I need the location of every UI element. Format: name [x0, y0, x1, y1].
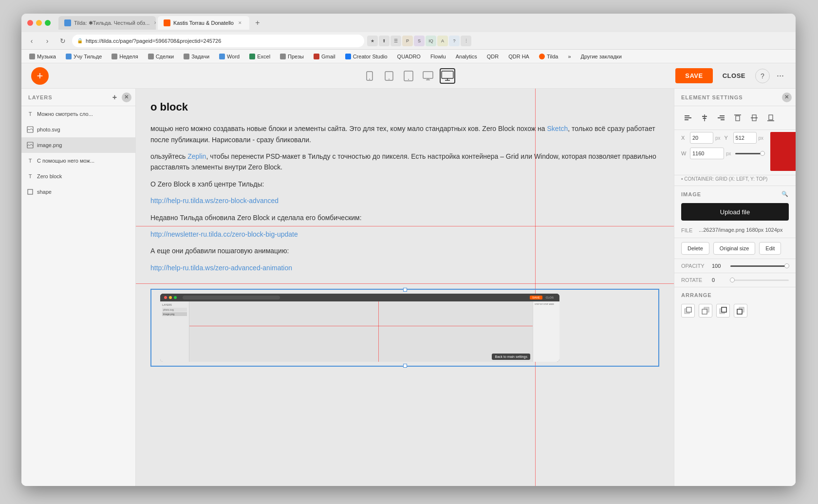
maximize-traffic-light[interactable] [45, 20, 51, 26]
original-size-button[interactable]: Original size [713, 242, 756, 255]
new-tab-button[interactable]: + [251, 17, 264, 29]
layer-visibility-icon-3[interactable]: 👁 [113, 141, 121, 149]
settings-close-button[interactable]: ✕ [782, 93, 792, 102]
ext-icon-4[interactable]: A [437, 36, 448, 46]
bookmark-prezy[interactable]: Презы [276, 53, 308, 60]
close-button[interactable]: CLOSE [718, 68, 750, 83]
align-left-icon[interactable] [681, 111, 695, 125]
bookmark-word[interactable]: Word [215, 53, 243, 60]
layer-lock-icon-3[interactable]: 🔒 [123, 141, 130, 149]
canvas-content: o block мощью него можно создавать новые… [136, 89, 674, 486]
bookmark-sdelki[interactable]: Сделки [144, 53, 178, 60]
opacity-slider-thumb[interactable] [784, 263, 789, 268]
w-input[interactable] [690, 148, 724, 159]
add-element-button[interactable]: + [31, 67, 49, 85]
bookmark-excel[interactable]: Excel [245, 53, 274, 60]
layer-visibility-icon-5[interactable]: 👁 [113, 172, 121, 180]
close-traffic-light[interactable] [27, 20, 33, 26]
layers-close-button[interactable]: ✕ [122, 93, 131, 102]
bookmark-flowlu[interactable]: Flowlu [427, 53, 450, 60]
share-icon[interactable]: ⬆ [379, 36, 390, 46]
layer-visibility-icon-6[interactable]: 👁 [113, 188, 121, 196]
bookmark-uchu[interactable]: Учу Тильде [62, 53, 106, 60]
send-backward-icon[interactable] [699, 304, 712, 317]
layer-lock-icon[interactable]: 🔒 [123, 110, 130, 118]
delete-button[interactable]: Delete [681, 242, 709, 255]
layer-item-image[interactable]: image.png 👁 🔒 [21, 137, 135, 153]
layer-lock-icon-5[interactable]: 🔒 [123, 172, 130, 180]
bookmark-tilda[interactable]: Tilda [535, 53, 562, 60]
layer-item-text1[interactable]: T Можно смотреть сло... 👁 🔒 [21, 106, 135, 122]
ext-more-icon[interactable]: ⋮ [461, 36, 471, 46]
tab1-close[interactable]: ✕ [152, 19, 156, 26]
bookmark-gmail[interactable]: Gmail [310, 53, 339, 60]
address-bar[interactable]: 🔒 https://tilda.cc/page/?pageid=5966708&… [72, 35, 364, 47]
layer-item-shape[interactable]: shape 👁 🔒 [21, 184, 135, 200]
bookmark-other[interactable]: Другие закладки [577, 53, 626, 60]
send-to-back-icon[interactable] [734, 304, 747, 317]
x-input[interactable] [690, 132, 713, 144]
browser-tab-2[interactable]: Kastis Torrau & Donatello ✕ [158, 16, 249, 30]
ext-icon-5[interactable]: ? [449, 36, 460, 46]
ext-icon-1[interactable]: P [402, 36, 413, 46]
y-input[interactable] [733, 132, 757, 144]
device-tablet[interactable] [401, 68, 416, 84]
newsletter-link[interactable]: http://newsletter-ru.tilda.cc/zero-block… [150, 230, 298, 238]
bookmark-muzyka[interactable]: Музыка [25, 53, 60, 60]
tab2-close[interactable]: ✕ [237, 19, 243, 26]
bookmark-creator[interactable]: Creator Studio [341, 53, 391, 60]
animation-link[interactable]: http://help-ru.tilda.ws/zero-advanced-an… [150, 264, 292, 272]
align-top-icon[interactable] [731, 111, 744, 125]
align-right-icon[interactable] [714, 111, 728, 125]
help-button[interactable]: ? [755, 69, 770, 83]
minimize-traffic-light[interactable] [36, 20, 42, 26]
align-bottom-icon[interactable] [764, 111, 778, 125]
rotate-slider-thumb[interactable] [730, 278, 735, 282]
bring-to-front-icon[interactable] [681, 304, 695, 317]
image-search-icon[interactable]: 🔍 [781, 191, 789, 197]
device-desktop-lg[interactable] [440, 68, 455, 84]
ext-icon-2[interactable]: S [414, 36, 425, 46]
bookmark-quadro[interactable]: QUADRO [393, 53, 425, 60]
bookmark-star-icon[interactable]: ★ [367, 36, 378, 46]
bookmark-qdr[interactable]: QDR [483, 53, 502, 60]
forward-button[interactable]: › [41, 35, 54, 47]
device-desktop-sm[interactable] [420, 68, 436, 84]
layer-visibility-icon[interactable]: 👁 [113, 110, 121, 118]
bring-forward-icon[interactable] [716, 304, 730, 317]
reading-list-icon[interactable]: ☰ [390, 36, 401, 46]
bookmark-more[interactable]: » [564, 53, 575, 60]
layer-visibility-icon-2[interactable]: 👁 [113, 126, 121, 133]
edit-button[interactable]: Edit [759, 242, 781, 255]
align-center-icon[interactable] [698, 111, 711, 125]
layer-lock-icon-2[interactable]: 🔒 [123, 126, 130, 133]
zeplin-link[interactable]: Zeplin [187, 152, 206, 160]
save-button[interactable]: SAVE [675, 68, 712, 83]
ext-icon-3[interactable]: IQ [426, 36, 436, 46]
layer-item-zero[interactable]: T Zero block 👁 🔒 [21, 168, 135, 184]
layer-lock-icon-6[interactable]: 🔒 [123, 188, 130, 196]
device-mobile-lg[interactable] [381, 68, 397, 84]
layer-visibility-icon-4[interactable]: 👁 [113, 157, 121, 165]
device-mobile-sm[interactable] [362, 68, 377, 84]
w-slider-thumb[interactable] [760, 151, 765, 156]
bookmark-zadachi[interactable]: Задачи [180, 53, 213, 60]
layers-add-button[interactable]: + [110, 93, 120, 102]
bookmark-qdr-ha[interactable]: QDR HA [504, 53, 533, 60]
back-button[interactable]: ‹ [25, 35, 38, 47]
sketch-link[interactable]: Sketch [547, 125, 568, 132]
bookmark-analytics[interactable]: Analytics [452, 53, 481, 60]
help-link-1[interactable]: http://help-ru.tilda.ws/zero-block-advan… [150, 197, 279, 205]
browser-tab-1[interactable]: Tilda: ✱Тильда. Честный обз... ✕ [58, 16, 156, 30]
layer-item-text2[interactable]: T С помощью него мож... 👁 🔒 [21, 153, 135, 168]
canvas-area[interactable]: o block мощью него можно создавать новые… [136, 89, 674, 486]
layer-lock-icon-4[interactable]: 🔒 [123, 157, 130, 165]
align-middle-icon[interactable] [747, 111, 761, 125]
more-options-button[interactable]: ··· [775, 69, 786, 83]
layer-item-photo[interactable]: photo.svg 👁 🔒 [21, 122, 135, 137]
content-link-2: http://newsletter-ru.tilda.cc/zero-block… [150, 229, 659, 240]
uchu-favicon [66, 54, 72, 59]
reload-button[interactable]: ↻ [56, 35, 69, 47]
bookmark-nedelya[interactable]: Неделя [108, 53, 142, 60]
upload-file-button[interactable]: Upload file [681, 203, 789, 221]
